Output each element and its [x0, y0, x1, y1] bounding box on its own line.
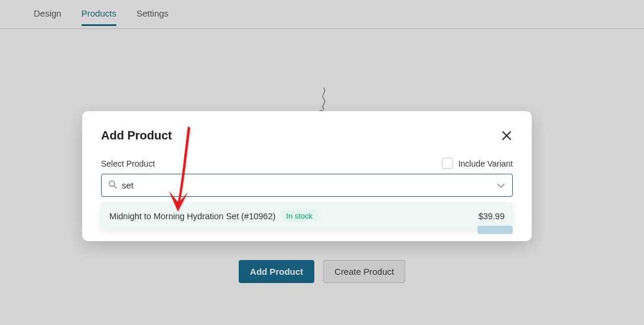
- modal-title: Add Product: [101, 129, 172, 142]
- product-search-input[interactable]: [122, 180, 492, 190]
- product-option-name: Midnight to Morning Hydration Set (#1096…: [109, 212, 275, 221]
- add-product-modal: Add Product Select Product Include Varia…: [82, 111, 532, 241]
- svg-line-2: [114, 186, 116, 188]
- product-combobox[interactable]: [101, 174, 513, 197]
- close-icon[interactable]: [500, 129, 513, 142]
- include-variant-checkbox[interactable]: [442, 158, 453, 169]
- partial-button-behind-dropdown: [477, 226, 513, 234]
- chevron-down-icon[interactable]: [497, 180, 505, 191]
- product-option[interactable]: Midnight to Morning Hydration Set (#1096…: [101, 203, 513, 229]
- select-product-label: Select Product: [101, 159, 155, 168]
- in-stock-badge: In stock: [281, 210, 317, 222]
- product-dropdown: Midnight to Morning Hydration Set (#1096…: [101, 203, 513, 229]
- product-option-price: $39.99: [479, 212, 505, 221]
- search-icon: [108, 180, 117, 191]
- include-variant-label: Include Variant: [458, 159, 513, 168]
